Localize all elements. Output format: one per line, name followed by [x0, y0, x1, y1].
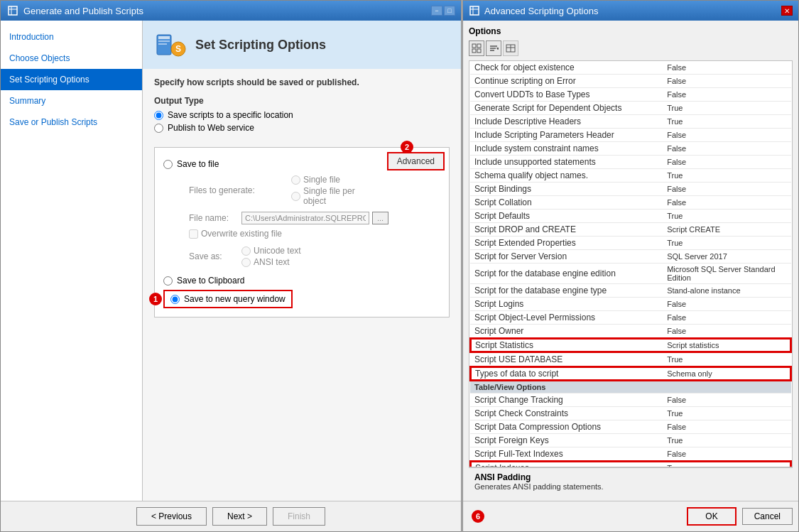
single-file-row: Single file: [291, 175, 360, 185]
finish-button[interactable]: Finish: [273, 507, 325, 526]
files-generate-row: Files to generate: Single file Single fi…: [189, 173, 440, 207]
ansi-label: ANSI text: [254, 257, 310, 267]
files-generate-label: Files to generate:: [189, 185, 260, 195]
badge-4: 4: [469, 368, 469, 379]
table-row: Script DefaultsTrue: [470, 210, 791, 223]
single-file-radio[interactable]: [291, 175, 300, 185]
sort-icon[interactable]: [486, 40, 501, 56]
svg-rect-15: [477, 49, 481, 53]
table-row: Script Foreign KeysTrue: [470, 434, 791, 447]
overwrite-checkbox[interactable]: [189, 229, 198, 239]
table-row: Schema qualify object names.True: [470, 169, 791, 183]
ansi-padding-description: Generates ANSI padding statements.: [474, 482, 787, 491]
svg-text:S: S: [175, 44, 181, 54]
output-type-section: Output Type Save scripts to a specific l…: [154, 96, 450, 136]
previous-button[interactable]: < Previous: [136, 507, 207, 526]
save-specific-radio-row: Save scripts to a specific location: [154, 110, 450, 120]
close-button[interactable]: ✕: [781, 6, 793, 16]
sidebar-item-choose-objects[interactable]: Choose Objects: [1, 48, 142, 69]
publish-web-label: Publish to Web service: [168, 123, 254, 133]
save-to-new-query-container: 1 Save to new query window: [163, 290, 440, 308]
table-row: Script Change TrackingFalse: [470, 393, 791, 407]
left-window-title: Generate and Publish Scripts: [23, 6, 143, 16]
bottom-navigation: < Previous Next > Finish: [1, 501, 461, 531]
badge-1: 1: [149, 293, 162, 305]
table-row: Convert UDDTs to Base TypesFalse: [470, 88, 791, 102]
file-options: Files to generate: Single file Single fi…: [175, 173, 440, 268]
svg-rect-13: [477, 44, 481, 48]
file-name-input[interactable]: [241, 212, 369, 224]
svg-rect-12: [472, 44, 476, 48]
table-row: Script LoginsFalse: [470, 298, 791, 311]
table-row: Script Data Compression OptionsFalse: [470, 420, 791, 434]
table-row: 4Types of data to scriptSchema only: [470, 367, 791, 381]
unicode-radio[interactable]: [241, 246, 251, 256]
main-content-area: S Set Scripting Options Specify how scri…: [143, 21, 461, 501]
page-title: Set Scripting Options: [195, 38, 326, 53]
table-row: Script BindingsFalse: [470, 183, 791, 196]
badge-6: 6: [472, 510, 484, 523]
publish-web-radio[interactable]: [154, 124, 163, 133]
sidebar-item-summary[interactable]: Summary: [1, 90, 142, 112]
sidebar-item-save-publish-scripts[interactable]: Save or Publish Scripts: [1, 112, 142, 133]
save-specific-radio[interactable]: [154, 111, 163, 120]
overwrite-row: Overwrite existing file: [189, 229, 440, 239]
right-content-area: Options: [463, 21, 798, 501]
sidebar: Introduction Choose Objects Set Scriptin…: [1, 21, 143, 501]
cancel-button[interactable]: Cancel: [742, 508, 793, 525]
ansi-padding-title: ANSI Padding: [474, 472, 787, 482]
ansi-padding-section: ANSI Padding Generates ANSI padding stat…: [469, 467, 793, 495]
single-file-per-object-row: Single file per object: [291, 186, 360, 206]
page-header: S Set Scripting Options: [143, 21, 461, 69]
right-title-bar: Advanced Scripting Options ✕: [463, 1, 798, 21]
file-name-row: File name: ...: [189, 212, 440, 224]
table-row: 3Script StatisticsScript statistics: [470, 338, 791, 352]
ok-button[interactable]: OK: [687, 507, 736, 526]
output-type-label: Output Type: [154, 96, 450, 106]
table-row: Include system constraint namesFalse: [470, 142, 791, 156]
sidebar-item-introduction[interactable]: Introduction: [1, 26, 142, 48]
save-to-file-radio[interactable]: [163, 160, 173, 169]
svg-rect-14: [472, 49, 476, 53]
single-file-per-object-radio[interactable]: [291, 192, 300, 201]
title-controls: − □: [431, 6, 455, 16]
save-specific-label: Save scripts to a specific location: [168, 110, 293, 120]
save-to-clipboard-radio[interactable]: [163, 276, 173, 286]
scripting-options-box: 2 Advanced Save to file Files to generat…: [154, 147, 450, 317]
next-button[interactable]: Next >: [212, 507, 267, 526]
table-row: Script CollationFalse: [470, 196, 791, 210]
table-row: Include unsupported statementsFalse: [470, 156, 791, 169]
save-to-new-query-radio[interactable]: [170, 295, 180, 304]
table-row: Check for object existenceFalse: [470, 61, 791, 75]
table-row: 5Script IndexesTrue: [470, 461, 791, 467]
svg-rect-4: [158, 36, 170, 39]
left-title-bar: Generate and Publish Scripts − □: [1, 1, 461, 21]
options-label: Options: [469, 26, 793, 36]
section-description: Specify how scripts should be saved or p…: [154, 77, 450, 87]
table-row: Script Full-Text IndexesFalse: [470, 447, 791, 462]
save-as-label: Save as:: [189, 251, 239, 261]
list-icon[interactable]: [503, 40, 518, 56]
advanced-scripting-options-window: Advanced Scripting Options ✕ Options: [462, 0, 799, 532]
sidebar-item-set-scripting-options[interactable]: Set Scripting Options: [1, 69, 142, 90]
table-row: Include Scripting Parameters HeaderFalse: [470, 129, 791, 142]
single-file-label: Single file: [303, 175, 360, 185]
svg-rect-5: [158, 40, 170, 42]
file-type-radios: Single file Single file per object: [291, 173, 360, 207]
ansi-radio[interactable]: [241, 258, 251, 267]
minimize-button[interactable]: −: [431, 6, 442, 16]
badge-5: 5: [469, 462, 469, 467]
page-icon: S: [154, 28, 188, 62]
browse-button[interactable]: ...: [372, 212, 388, 224]
unicode-label: Unicode text: [254, 246, 310, 256]
table-row: Include Descriptive HeadersTrue: [470, 115, 791, 129]
overwrite-label: Overwrite existing file: [201, 229, 282, 239]
options-table: Check for object existenceFalseContinue …: [469, 60, 793, 467]
table-row: Script for Server VersionSQL Server 2017: [470, 250, 791, 264]
right-bottom-bar: 6 OK Cancel: [463, 501, 798, 531]
grid-icon[interactable]: [469, 40, 484, 56]
maximize-button[interactable]: □: [444, 6, 455, 16]
unicode-row: Unicode text: [241, 246, 310, 256]
generate-publish-scripts-window: Generate and Publish Scripts − □ Introdu…: [0, 0, 462, 532]
advanced-button[interactable]: Advanced: [387, 152, 445, 170]
